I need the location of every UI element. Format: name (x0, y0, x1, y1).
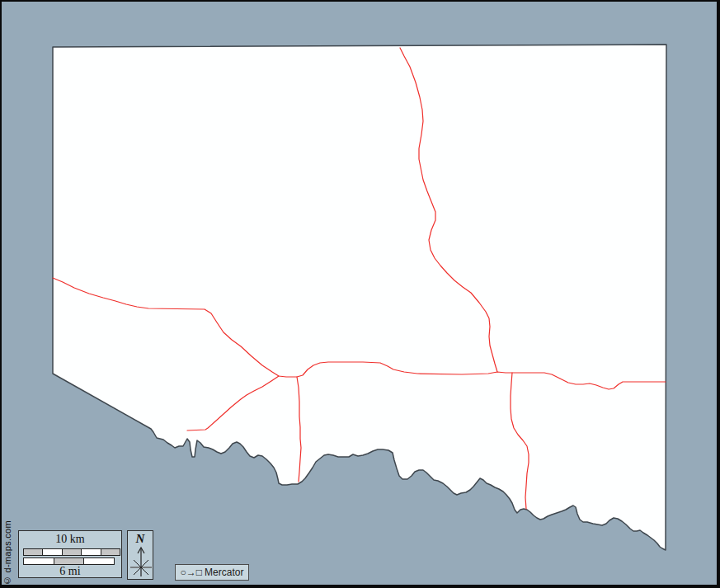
scale-mi-segment (83, 558, 114, 564)
scale-mi-segment (24, 558, 54, 564)
scale-km-segment (42, 549, 61, 555)
projection-label: Mercator (205, 567, 243, 578)
projection-panel: ○→□ Mercator (175, 564, 249, 581)
compass-panel: N (127, 530, 153, 580)
scale-bar-panel: 10 km 6 mi (18, 530, 122, 578)
copyright-notice: © d-maps.com (1, 523, 14, 584)
scale-km-bar (23, 548, 120, 556)
map-frame: 10 km 6 mi N ○→□ Mercator © d-maps.com (0, 0, 720, 588)
scale-km-segment (101, 549, 120, 555)
map-canvas (0, 0, 720, 588)
scale-mi-segment (54, 558, 84, 564)
scale-km-label: 10 km (19, 533, 121, 546)
scale-km-segment (62, 549, 81, 555)
scale-mi-bar (23, 557, 115, 565)
scale-mi-label: 6 mi (19, 565, 121, 578)
scale-km-segment (81, 549, 100, 555)
compass-rose-icon (128, 545, 154, 580)
scale-km-segment (24, 549, 42, 555)
compass-north-label: N (128, 532, 153, 546)
map-region-outline (53, 45, 666, 550)
projection-symbols-icon: ○→□ (181, 567, 203, 578)
copyright-text: © d-maps.com (2, 520, 12, 586)
